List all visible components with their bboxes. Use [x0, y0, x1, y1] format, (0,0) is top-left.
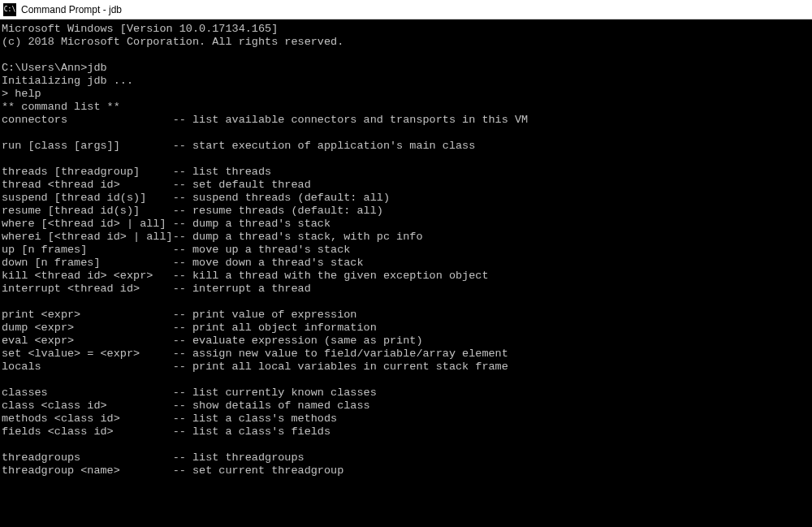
- console-line: locals -- print all local variables in c…: [2, 361, 810, 374]
- console-line: kill <thread id> <expr> -- kill a thread…: [2, 270, 810, 283]
- console-line: Initializing jdb ...: [2, 75, 810, 88]
- console-line: interrupt <thread id> -- interrupt a thr…: [2, 283, 810, 296]
- console-line: threads [threadgroup] -- list threads: [2, 166, 810, 179]
- console-line: threadgroups -- list threadgroups: [2, 451, 810, 464]
- console-line: thread <thread id> -- set default thread: [2, 179, 810, 192]
- console-output[interactable]: Microsoft Windows [Version 10.0.17134.16…: [0, 19, 812, 527]
- console-line-blank: [2, 438, 810, 451]
- console-line: methods <class id> -- list a class's met…: [2, 413, 810, 425]
- cmd-icon: C:\: [3, 3, 16, 16]
- console-line: down [n frames] -- move down a thread's …: [2, 257, 810, 270]
- console-line: where [<thread id> | all] -- dump a thre…: [2, 218, 810, 231]
- window-titlebar: C:\ Command Prompt - jdb: [0, 0, 812, 19]
- console-line: (c) 2018 Microsoft Corporation. All righ…: [2, 36, 810, 49]
- console-line: threadgroup <name> -- set current thread…: [2, 464, 810, 477]
- console-line: print <expr> -- print value of expressio…: [2, 309, 810, 322]
- window-title: Command Prompt - jdb: [21, 4, 122, 15]
- console-line: set <lvalue> = <expr> -- assign new valu…: [2, 348, 810, 361]
- console-line: wherei [<thread id> | all]-- dump a thre…: [2, 231, 810, 244]
- console-line: dump <expr> -- print all object informat…: [2, 322, 810, 335]
- console-line: > help: [2, 88, 810, 101]
- console-line-blank: [2, 127, 810, 140]
- console-line: resume [thread id(s)] -- resume threads …: [2, 205, 810, 218]
- console-line: C:\Users\Ann>jdb: [2, 62, 810, 75]
- console-line: suspend [thread id(s)] -- suspend thread…: [2, 192, 810, 205]
- console-line: Microsoft Windows [Version 10.0.17134.16…: [2, 23, 810, 36]
- console-line-blank: [2, 49, 810, 62]
- console-line: class <class id> -- show details of name…: [2, 400, 810, 413]
- console-line: up [n frames] -- move up a thread's stac…: [2, 244, 810, 257]
- console-line-blank: [2, 153, 810, 166]
- console-line: fields <class id> -- list a class's fiel…: [2, 425, 810, 438]
- console-line: run [class [args]] -- start execution of…: [2, 140, 810, 153]
- console-line: eval <expr> -- evaluate expression (same…: [2, 335, 810, 348]
- console-line-blank: [2, 296, 810, 309]
- console-line-blank: [2, 374, 810, 387]
- console-line: connectors -- list available connectors …: [2, 114, 810, 127]
- console-line: classes -- list currently known classes: [2, 387, 810, 400]
- console-line: ** command list **: [2, 101, 810, 114]
